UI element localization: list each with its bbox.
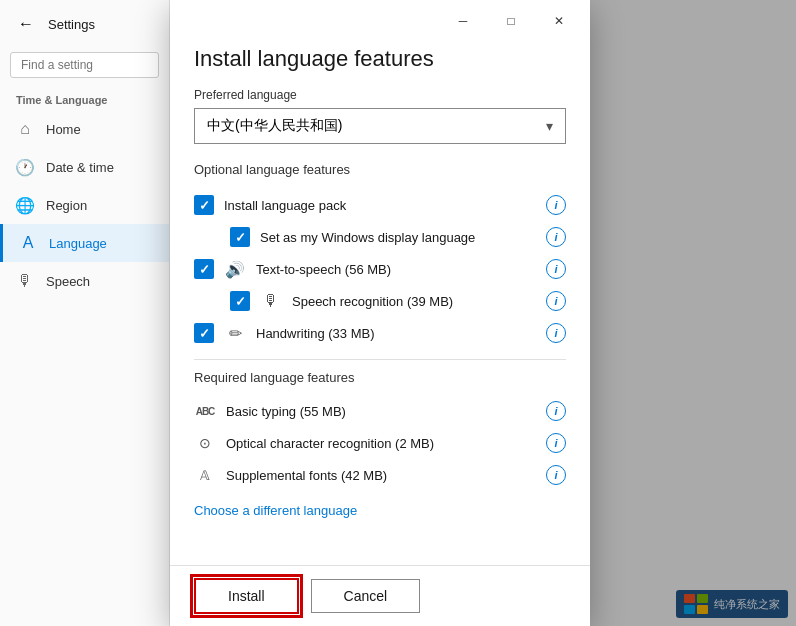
checkbox-handwriting[interactable]	[194, 323, 214, 343]
section-separator	[194, 359, 566, 360]
home-icon: ⌂	[16, 120, 34, 138]
feature-lang-pack: Install language pack i	[194, 189, 566, 221]
clock-icon: 🕐	[16, 158, 34, 176]
required-basic-typing: ABC Basic typing (55 MB) i	[194, 395, 566, 427]
globe-icon: 🌐	[16, 196, 34, 214]
search-input[interactable]	[10, 52, 159, 78]
required-ocr: ⊙ Optical character recognition (2 MB) i	[194, 427, 566, 459]
dialog-titlebar: ─ □ ✕	[170, 0, 590, 42]
minimize-icon: ─	[459, 14, 468, 28]
sidebar-item-date-time[interactable]: 🕐 Date & time	[0, 148, 169, 186]
sidebar-item-label: Language	[49, 236, 107, 251]
close-icon: ✕	[554, 14, 564, 28]
sidebar-item-label: Speech	[46, 274, 90, 289]
required-ocr-label: Optical character recognition (2 MB)	[226, 436, 536, 451]
dialog-overlay: ─ □ ✕ Install language features Preferre…	[170, 0, 796, 626]
maximize-button[interactable]: □	[488, 6, 534, 36]
checkbox-tts[interactable]	[194, 259, 214, 279]
sidebar: ← Settings Time & Language ⌂ Home 🕐 Date…	[0, 0, 170, 626]
feature-speech-recog: 🎙 Speech recognition (39 MB) i	[194, 285, 566, 317]
back-icon: ←	[18, 15, 34, 33]
checkbox-display-lang[interactable]	[230, 227, 250, 247]
choose-different-language-link[interactable]: Choose a different language	[194, 503, 357, 518]
back-button[interactable]: ←	[12, 10, 40, 38]
info-icon-speech-recog[interactable]: i	[546, 291, 566, 311]
speech-icon: 🎙	[16, 272, 34, 290]
feature-tts-label: Text-to-speech (56 MB)	[256, 262, 536, 277]
sidebar-item-home[interactable]: ⌂ Home	[0, 110, 169, 148]
info-icon-lang-pack[interactable]: i	[546, 195, 566, 215]
info-icon-supp-fonts[interactable]: i	[546, 465, 566, 485]
preferred-language-label: Preferred language	[194, 88, 566, 102]
sidebar-item-label: Region	[46, 198, 87, 213]
install-language-dialog: ─ □ ✕ Install language features Preferre…	[170, 0, 590, 626]
speech-recog-icon: 🎙	[260, 292, 282, 310]
info-icon-tts[interactable]: i	[546, 259, 566, 279]
checkbox-lang-pack[interactable]	[194, 195, 214, 215]
required-section-label: Required language features	[194, 370, 566, 385]
basic-typing-icon: ABC	[194, 406, 216, 417]
dialog-body: Install language features Preferred lang…	[170, 42, 590, 565]
feature-tts: 🔊 Text-to-speech (56 MB) i	[194, 253, 566, 285]
required-basic-typing-label: Basic typing (55 MB)	[226, 404, 536, 419]
cancel-button[interactable]: Cancel	[311, 579, 421, 613]
info-icon-display-lang[interactable]: i	[546, 227, 566, 247]
sidebar-item-region[interactable]: 🌐 Region	[0, 186, 169, 224]
install-button[interactable]: Install	[194, 578, 299, 614]
handwriting-icon: ✏	[224, 324, 246, 343]
section-label: Time & Language	[0, 86, 169, 110]
dialog-title: Install language features	[194, 46, 566, 72]
close-button[interactable]: ✕	[536, 6, 582, 36]
sidebar-item-label: Date & time	[46, 160, 114, 175]
feature-display-lang: Set as my Windows display language i	[194, 221, 566, 253]
minimize-button[interactable]: ─	[440, 6, 486, 36]
required-supp-fonts: 𝔸 Supplemental fonts (42 MB) i	[194, 459, 566, 491]
chevron-down-icon: ▾	[546, 118, 553, 134]
sidebar-header: ← Settings	[0, 0, 169, 48]
info-icon-handwriting[interactable]: i	[546, 323, 566, 343]
sidebar-item-language[interactable]: A Language	[0, 224, 169, 262]
tts-icon: 🔊	[224, 260, 246, 279]
required-supp-fonts-label: Supplemental fonts (42 MB)	[226, 468, 536, 483]
feature-handwriting: ✏ Handwriting (33 MB) i	[194, 317, 566, 349]
feature-lang-pack-label: Install language pack	[224, 198, 536, 213]
checkbox-speech-recog[interactable]	[230, 291, 250, 311]
settings-title: Settings	[48, 17, 95, 32]
feature-handwriting-label: Handwriting (33 MB)	[256, 326, 536, 341]
language-icon: A	[19, 234, 37, 252]
feature-display-lang-label: Set as my Windows display language	[260, 230, 536, 245]
supp-fonts-icon: 𝔸	[194, 468, 216, 483]
ocr-icon: ⊙	[194, 435, 216, 451]
dialog-footer: Install Cancel	[170, 565, 590, 626]
sidebar-item-speech[interactable]: 🎙 Speech	[0, 262, 169, 300]
feature-speech-recog-label: Speech recognition (39 MB)	[292, 294, 536, 309]
sidebar-item-label: Home	[46, 122, 81, 137]
optional-section-label: Optional language features	[194, 162, 566, 177]
info-icon-basic-typing[interactable]: i	[546, 401, 566, 421]
dropdown-value: 中文(中华人民共和国)	[207, 117, 342, 135]
maximize-icon: □	[507, 14, 514, 28]
language-dropdown[interactable]: 中文(中华人民共和国) ▾	[194, 108, 566, 144]
info-icon-ocr[interactable]: i	[546, 433, 566, 453]
main-content: rer will appear in this anguage in the l…	[170, 0, 796, 626]
